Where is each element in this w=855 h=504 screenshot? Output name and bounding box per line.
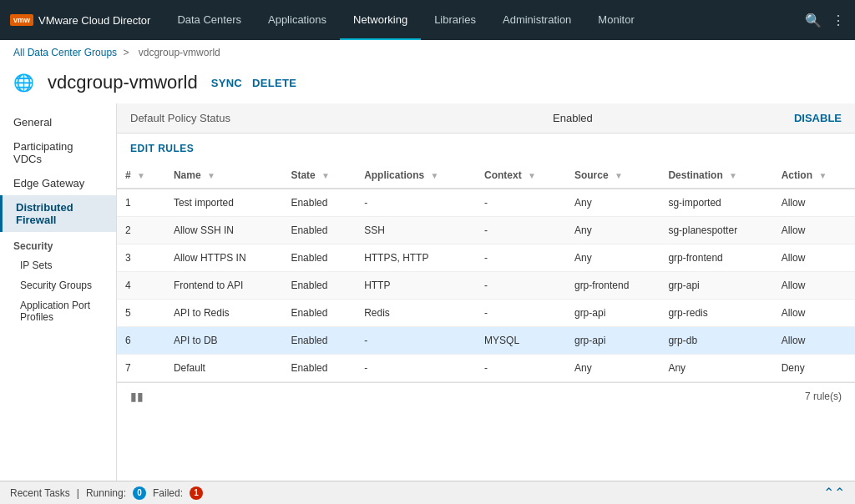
cell-action: Allow xyxy=(773,300,855,327)
header-actions: SYNC DELETE xyxy=(211,77,296,89)
cell-destination: sg-planespotter xyxy=(660,217,772,244)
cell-source: Any xyxy=(566,189,660,217)
cell-destination: sg-imported xyxy=(660,189,772,217)
cell-action: Allow xyxy=(773,327,855,355)
cell-state: Enabled xyxy=(282,300,356,327)
rules-table: # ▼ Name ▼ State ▼ Applications ▼ xyxy=(117,163,855,382)
sidebar-item-general[interactable]: General xyxy=(0,110,116,134)
cell-applications: HTTP xyxy=(356,272,476,300)
col-header-applications[interactable]: Applications ▼ xyxy=(356,163,476,189)
sidebar-item-security-groups[interactable]: Security Groups xyxy=(0,275,116,295)
nav-item-datacenters[interactable]: Data Centers xyxy=(164,0,255,40)
cell-name: Test imported xyxy=(165,189,283,217)
sort-icon-state: ▼ xyxy=(321,171,330,180)
bottom-right: ⌃⌃ xyxy=(823,485,845,501)
cell-name: Frontend to API xyxy=(165,272,283,300)
table-row[interactable]: 6 API to DB Enabled - MYSQL grp-api grp-… xyxy=(117,327,855,355)
more-options-icon[interactable]: ⋮ xyxy=(832,13,845,28)
sidebar-item-edge-gateway[interactable]: Edge Gateway xyxy=(0,171,116,195)
group-icon: 🌐 xyxy=(13,73,34,93)
policy-label: Default Policy Status xyxy=(130,112,352,124)
col-header-name[interactable]: Name ▼ xyxy=(165,163,283,189)
running-count-badge: 0 xyxy=(133,486,146,500)
cell-state: Enabled xyxy=(282,189,356,217)
running-label: Running: xyxy=(86,487,126,499)
cell-name: API to Redis xyxy=(165,300,283,327)
col-header-action[interactable]: Action ▼ xyxy=(773,163,855,189)
cell-applications: Redis xyxy=(356,300,476,327)
col-header-destination[interactable]: Destination ▼ xyxy=(660,163,772,189)
sidebar: General Participating VDCs Edge Gateway … xyxy=(0,103,117,481)
breadcrumb-parent[interactable]: All Data Center Groups xyxy=(13,47,117,58)
delete-rule-icon[interactable]: ▮▮ xyxy=(130,390,144,403)
cell-context: - xyxy=(476,355,566,382)
sidebar-item-participating-vdcs[interactable]: Participating VDCs xyxy=(0,134,116,171)
col-header-context[interactable]: Context ▼ xyxy=(476,163,566,189)
sync-button[interactable]: SYNC xyxy=(211,77,242,89)
nav-item-applications[interactable]: Applications xyxy=(255,0,340,40)
sort-icon-action: ▼ xyxy=(818,171,827,180)
cell-num: 7 xyxy=(117,355,165,382)
sidebar-section-security: Security xyxy=(0,232,116,255)
sidebar-item-application-port-profiles[interactable]: Application Port Profiles xyxy=(0,295,116,327)
table-row[interactable]: 1 Test imported Enabled - - Any sg-impor… xyxy=(117,189,855,217)
col-header-source[interactable]: Source ▼ xyxy=(566,163,660,189)
failed-label: Failed: xyxy=(153,487,183,499)
cell-num: 2 xyxy=(117,217,165,244)
table-row[interactable]: 3 Allow HTTPS IN Enabled HTTPS, HTTP - A… xyxy=(117,244,855,272)
cell-state: Enabled xyxy=(282,244,356,272)
col-header-state[interactable]: State ▼ xyxy=(282,163,356,189)
cell-num: 4 xyxy=(117,272,165,300)
cell-action: Allow xyxy=(773,272,855,300)
cell-destination: grp-frontend xyxy=(660,244,772,272)
cell-num: 3 xyxy=(117,244,165,272)
cell-name: Allow SSH IN xyxy=(165,217,283,244)
cell-num: 6 xyxy=(117,327,165,355)
table-row[interactable]: 7 Default Enabled - - Any Any Deny xyxy=(117,355,855,382)
sort-icon-destination: ▼ xyxy=(729,171,737,180)
sort-icon-applications: ▼ xyxy=(430,171,438,180)
table-footer-left: ▮▮ xyxy=(130,390,144,403)
table-row[interactable]: 2 Allow SSH IN Enabled SSH - Any sg-plan… xyxy=(117,217,855,244)
nav-item-monitor[interactable]: Monitor xyxy=(584,0,647,40)
pipe-separator: | xyxy=(77,487,79,499)
cell-state: Enabled xyxy=(282,327,356,355)
cell-applications: - xyxy=(356,189,476,217)
cell-action: Deny xyxy=(773,355,855,382)
disable-button[interactable]: DISABLE xyxy=(794,112,842,124)
cell-name: Default xyxy=(165,355,283,382)
sort-icon-context: ▼ xyxy=(528,171,536,180)
breadcrumb-current: vdcgroup-vmworld xyxy=(139,47,220,58)
sort-icon-name: ▼ xyxy=(207,171,215,180)
table-row[interactable]: 4 Frontend to API Enabled HTTP - grp-fro… xyxy=(117,272,855,300)
edit-rules-button[interactable]: EDIT RULES xyxy=(130,143,194,154)
cell-action: Allow xyxy=(773,189,855,217)
cell-applications: - xyxy=(356,355,476,382)
cell-context: - xyxy=(476,244,566,272)
vmware-logo-box: vmw xyxy=(10,14,33,26)
policy-status: Enabled xyxy=(352,112,794,124)
cell-destination: grp-redis xyxy=(660,300,772,327)
nav-item-networking[interactable]: Networking xyxy=(340,0,421,40)
cell-destination: grp-api xyxy=(660,272,772,300)
search-icon[interactable]: 🔍 xyxy=(805,13,822,28)
delete-button[interactable]: DELETE xyxy=(252,77,296,89)
rules-count: 7 rule(s) xyxy=(805,391,842,402)
main-area: General Participating VDCs Edge Gateway … xyxy=(0,103,855,481)
nav-item-administration[interactable]: Administration xyxy=(489,0,584,40)
policy-bar: Default Policy Status Enabled DISABLE xyxy=(117,103,855,134)
cell-num: 1 xyxy=(117,189,165,217)
nav-actions: 🔍 ⋮ xyxy=(805,13,845,28)
sort-icon-num: ▼ xyxy=(137,171,145,180)
app-name: VMware Cloud Director xyxy=(38,14,150,27)
cell-source: Any xyxy=(566,244,660,272)
table-row[interactable]: 5 API to Redis Enabled Redis - grp-api g… xyxy=(117,300,855,327)
sidebar-item-ip-sets[interactable]: IP Sets xyxy=(0,255,116,275)
cell-state: Enabled xyxy=(282,217,356,244)
col-header-num[interactable]: # ▼ xyxy=(117,163,165,189)
sidebar-item-distributed-firewall[interactable]: Distributed Firewall xyxy=(0,195,116,232)
nav-item-libraries[interactable]: Libraries xyxy=(421,0,489,40)
cell-source: Any xyxy=(566,355,660,382)
breadcrumb-separator: > xyxy=(123,47,131,58)
collapse-icon[interactable]: ⌃⌃ xyxy=(823,486,845,500)
